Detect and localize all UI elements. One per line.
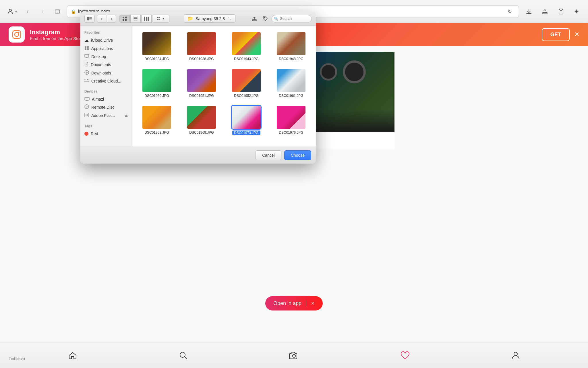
- sidebar-item-downloads[interactable]: Downloads: [80, 69, 132, 77]
- svg-rect-20: [134, 17, 138, 18]
- svg-rect-21: [134, 18, 138, 19]
- svg-rect-16: [123, 17, 124, 18]
- cancel-button[interactable]: Cancel: [256, 150, 281, 160]
- file-grid: DSC01934.JPGDSC01938.JPGDSC01943.JPGDSC0…: [132, 26, 316, 147]
- search-input[interactable]: [272, 15, 312, 22]
- svg-rect-25: [148, 17, 149, 21]
- picker-back-button[interactable]: ‹: [97, 15, 106, 23]
- thumb-image-dsc01961: [277, 69, 305, 92]
- svg-rect-30: [252, 20, 256, 21]
- svg-rect-46: [85, 113, 89, 117]
- sidebar-item-icloud[interactable]: ☁ iCloud Drive: [80, 36, 132, 44]
- sidebar-item-documents[interactable]: Documents: [80, 60, 132, 69]
- svg-rect-19: [125, 19, 127, 21]
- file-item-dsc01961[interactable]: DSC01961.JPG: [271, 67, 311, 99]
- svg-point-31: [264, 17, 265, 18]
- remote-disc-label: Remote Disc: [91, 105, 114, 110]
- sidebar-item-desktop[interactable]: Desktop: [80, 53, 132, 60]
- column-view-button[interactable]: [141, 15, 152, 23]
- svg-point-45: [86, 106, 87, 107]
- sidebar-item-adobe-flash[interactable]: Adobe Flas... ⏏: [80, 111, 132, 120]
- picker-forward-button[interactable]: ›: [107, 15, 116, 23]
- desktop-label: Desktop: [91, 54, 106, 59]
- folder-name: Samyang 35 2.8: [196, 16, 225, 21]
- file-name-dsc01973: DSC01973.JPG: [232, 131, 260, 135]
- file-item-dsc01943[interactable]: DSC01943.JPG: [226, 30, 266, 63]
- file-item-dsc01973[interactable]: DSC01973.JPG: [226, 104, 266, 137]
- applications-icon: [84, 46, 89, 51]
- svg-rect-18: [123, 19, 124, 21]
- documents-label: Documents: [91, 62, 111, 67]
- arrange-button[interactable]: ▼: [152, 15, 169, 23]
- sidebar-divider-2: [80, 120, 132, 123]
- svg-rect-15: [89, 20, 92, 20]
- downloads-icon: [84, 70, 89, 76]
- choose-button[interactable]: Choose: [284, 150, 311, 160]
- svg-rect-36: [85, 54, 89, 57]
- svg-rect-22: [134, 20, 138, 20]
- thumb-image-dsc01948: [277, 32, 305, 55]
- tags-header: Tags: [80, 123, 132, 130]
- svg-rect-32: [85, 46, 86, 48]
- adobe-flash-icon: [84, 113, 89, 118]
- file-item-dsc01951[interactable]: DSC01951.JPG: [181, 67, 222, 99]
- file-item-dsc01976[interactable]: DSC01976.JPG: [271, 104, 311, 137]
- picker-nav: ‹ ›: [97, 15, 116, 23]
- svg-rect-29: [158, 19, 160, 20]
- file-item-dsc01963[interactable]: DSC01963.JPG: [137, 104, 177, 137]
- file-item-dsc01948[interactable]: DSC01948.JPG: [271, 30, 311, 63]
- sidebar-item-remote-disc[interactable]: Remote Disc: [80, 103, 132, 111]
- svg-rect-28: [158, 17, 160, 18]
- list-view-button[interactable]: [130, 15, 141, 23]
- tag-action-button[interactable]: [261, 15, 270, 23]
- file-name-dsc01952: DSC01952.JPG: [234, 94, 258, 98]
- share-action-button[interactable]: [250, 15, 259, 23]
- thumb-image-dsc01951: [187, 69, 216, 92]
- file-name-dsc01969: DSC01969.JPG: [189, 131, 214, 135]
- file-thumb-dsc01948: [277, 32, 305, 55]
- sidebar-item-red[interactable]: Red: [80, 130, 132, 137]
- toggle-sidebar-button[interactable]: [84, 15, 95, 23]
- svg-rect-13: [89, 17, 92, 18]
- file-thumb-dsc01934: [142, 32, 171, 55]
- picker-toolbar: ‹ ›: [80, 12, 316, 26]
- file-item-dsc01969[interactable]: DSC01969.JPG: [181, 104, 222, 137]
- location-bar: 📁 Samyang 35 2.8 ⌃⌄: [172, 14, 247, 23]
- picker-body: Favorites ☁ iCloud Drive Applicati: [80, 26, 316, 147]
- file-item-dsc01952[interactable]: DSC01952.JPG: [226, 67, 266, 99]
- file-name-dsc01961: DSC01961.JPG: [279, 94, 303, 98]
- svg-rect-23: [144, 17, 145, 21]
- file-item-dsc01950[interactable]: DSC01950.JPG: [137, 67, 177, 99]
- file-item-dsc01934[interactable]: DSC01934.JPG: [137, 30, 177, 63]
- desktop-icon: [84, 54, 89, 59]
- svg-rect-24: [146, 17, 147, 21]
- documents-icon: [84, 62, 88, 67]
- thumb-image-dsc01973: [232, 106, 261, 129]
- file-thumb-dsc01952: [232, 69, 261, 92]
- grid-view-button[interactable]: [119, 15, 130, 23]
- red-tag-label: Red: [91, 131, 98, 136]
- view-mode-group: ▼: [119, 15, 169, 23]
- downloads-label: Downloads: [91, 71, 111, 75]
- file-thumb-dsc01951: [187, 69, 216, 92]
- sidebar-item-applications[interactable]: Applications: [80, 44, 132, 53]
- sidebar-divider-1: [80, 85, 132, 88]
- file-thumb-dsc01950: [142, 69, 171, 92]
- file-name-dsc01943: DSC01943.JPG: [234, 57, 258, 61]
- location-pill[interactable]: 📁 Samyang 35 2.8 ⌃⌄: [184, 14, 235, 23]
- creative-cloud-icon: [84, 78, 89, 83]
- sidebar-item-creative-cloud[interactable]: Creative Cloud...: [80, 77, 132, 85]
- file-name-dsc01938: DSC01938.JPG: [189, 57, 214, 61]
- sidebar-item-aimazi[interactable]: Aimazi: [80, 95, 132, 103]
- devices-header: Devices: [80, 88, 132, 95]
- thumb-image-dsc01952: [232, 69, 261, 92]
- thumb-image-dsc01938: [187, 32, 216, 55]
- file-thumb-dsc01943: [232, 32, 261, 55]
- svg-rect-26: [157, 17, 158, 18]
- toolbar-actions: 🔍: [250, 15, 312, 23]
- file-item-dsc01938[interactable]: DSC01938.JPG: [181, 30, 222, 63]
- file-name-dsc01950: DSC01950.JPG: [144, 94, 169, 98]
- file-picker-overlay: ‹ ›: [0, 0, 588, 368]
- file-picker-dialog: ‹ ›: [80, 12, 316, 164]
- favorites-header: Favorites: [80, 29, 132, 36]
